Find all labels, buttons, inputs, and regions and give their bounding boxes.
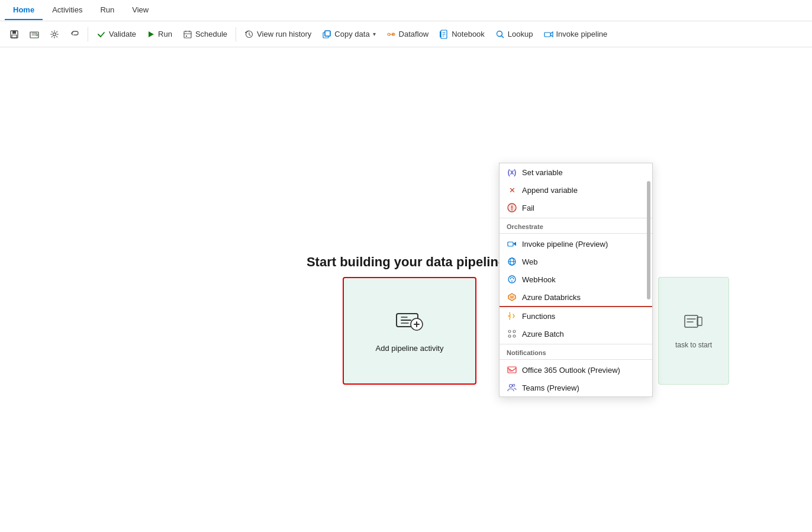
svg-point-37 — [513, 384, 515, 386]
functions-icon — [507, 311, 517, 321]
copy-data-icon — [322, 30, 331, 39]
copy-data-button[interactable]: Copy data ▾ — [317, 27, 380, 42]
menu-item-invoke-pipeline[interactable]: Invoke pipeline (Preview) — [500, 235, 652, 253]
set-variable-icon: (x) — [507, 167, 517, 178]
menu-item-append-variable[interactable]: ✕ Append variable — [500, 181, 652, 199]
validate-icon — [96, 30, 106, 39]
save-icon — [9, 30, 19, 39]
menu-item-teams[interactable]: Teams (Preview) — [500, 379, 652, 396]
toolbar: Validate Run Schedule — [0, 21, 812, 47]
run-label: Run — [158, 30, 172, 38]
gear-icon — [50, 30, 59, 39]
tab-home[interactable]: Home — [5, 1, 43, 20]
undo-button[interactable] — [65, 27, 84, 42]
undo-icon — [70, 30, 79, 39]
scrollbar-thumb — [647, 181, 650, 299]
append-variable-icon: ✕ — [507, 185, 517, 195]
separator-orchestrate — [500, 218, 652, 218]
functions-label: Functions — [522, 312, 555, 321]
teams-icon — [507, 382, 517, 393]
invoke-pipeline-menu-label: Invoke pipeline (Preview) — [522, 240, 608, 249]
svg-point-26 — [508, 276, 515, 283]
svg-rect-1 — [12, 31, 16, 34]
svg-point-33 — [513, 335, 515, 337]
notebook-button[interactable]: Notebook — [434, 27, 489, 42]
azure-batch-icon — [507, 328, 517, 339]
add-pipeline-activity-card[interactable]: Add pipeline activity — [343, 277, 476, 385]
tab-view[interactable]: View — [124, 1, 157, 20]
right-card-label: task to start — [675, 341, 712, 349]
svg-point-27 — [511, 280, 513, 282]
edit-button[interactable] — [25, 27, 44, 42]
svg-point-31 — [513, 330, 515, 333]
fail-label: Fail — [522, 204, 534, 212]
svg-rect-2 — [12, 35, 17, 38]
dataflow-button[interactable]: Dataflow — [382, 27, 434, 42]
svg-rect-14 — [440, 31, 441, 37]
svg-rect-23 — [508, 242, 513, 246]
canvas: Start building your data pipeline Add pi… — [0, 47, 812, 532]
dropdown-scrollbar[interactable] — [646, 163, 651, 396]
copy-data-dropdown-icon[interactable]: ▾ — [373, 31, 376, 37]
separator-orchestrate-2 — [500, 233, 652, 234]
svg-text:O: O — [509, 369, 511, 372]
separator-notifications-2 — [500, 359, 652, 360]
schedule-button[interactable]: Schedule — [178, 27, 232, 42]
svg-rect-6 — [184, 31, 191, 38]
lookup-button[interactable]: Lookup — [491, 27, 538, 42]
lookup-icon — [495, 30, 505, 39]
edit-icon — [30, 30, 39, 39]
svg-rect-16 — [544, 33, 550, 37]
nav-tabs: Home Activities Run View — [0, 0, 812, 21]
separator-notifications — [500, 344, 652, 344]
save-button[interactable] — [5, 27, 24, 42]
settings-button[interactable] — [45, 27, 64, 42]
run-icon — [147, 30, 155, 38]
view-run-history-label: View run history — [257, 30, 311, 38]
fail-icon — [507, 202, 517, 213]
add-pipeline-activity-icon — [395, 309, 424, 337]
menu-item-webhook[interactable]: WebHook — [500, 270, 652, 288]
svg-rect-19 — [685, 315, 698, 327]
svg-point-36 — [510, 385, 513, 388]
svg-point-30 — [508, 330, 511, 333]
append-variable-label: Append variable — [522, 186, 578, 195]
tab-run[interactable]: Run — [92, 1, 123, 20]
section-notifications: Notifications — [500, 346, 652, 358]
webhook-icon — [507, 274, 517, 285]
webhook-label: WebHook — [522, 275, 556, 284]
tab-activities[interactable]: Activities — [44, 1, 91, 20]
run-button[interactable]: Run — [142, 27, 177, 41]
canvas-heading: Start building your data pipeline — [307, 254, 505, 270]
office365-icon: O — [507, 365, 517, 375]
activity-dropdown-menu: (x) Set variable ✕ Append variable Fail — [499, 163, 653, 397]
copy-data-label: Copy data — [334, 30, 369, 38]
menu-item-office365[interactable]: O Office 365 Outlook (Preview) — [500, 361, 652, 379]
invoke-pipeline-button[interactable]: Invoke pipeline — [539, 27, 613, 42]
lookup-label: Lookup — [508, 30, 533, 38]
schedule-icon — [183, 30, 192, 39]
menu-item-web[interactable]: Web — [500, 253, 652, 270]
databricks-label: Azure Databricks — [522, 293, 581, 302]
schedule-label: Schedule — [195, 30, 227, 38]
menu-item-functions[interactable]: Functions — [500, 307, 652, 325]
menu-item-azure-batch[interactable]: Azure Batch — [500, 325, 652, 343]
menu-item-fail[interactable]: Fail — [500, 199, 652, 217]
menu-item-azure-databricks[interactable]: Azure Databricks — [500, 288, 652, 307]
section-orchestrate: Orchestrate — [500, 220, 652, 232]
web-label: Web — [522, 257, 538, 266]
validate-button[interactable]: Validate — [92, 27, 141, 42]
dataflow-icon — [386, 30, 396, 39]
svg-point-32 — [508, 335, 511, 337]
view-run-history-button[interactable]: View run history — [240, 27, 316, 42]
databricks-icon — [507, 292, 517, 302]
office365-label: Office 365 Outlook (Preview) — [522, 366, 620, 375]
invoke-pipeline-menu-icon — [507, 238, 517, 249]
right-activity-card[interactable]: task to start — [658, 277, 729, 385]
menu-item-set-variable[interactable]: (x) Set variable — [500, 163, 652, 181]
separator-1 — [88, 27, 88, 41]
separator-2 — [236, 27, 236, 41]
notebook-icon — [439, 30, 449, 39]
web-icon — [507, 256, 517, 267]
teams-label: Teams (Preview) — [522, 383, 579, 392]
